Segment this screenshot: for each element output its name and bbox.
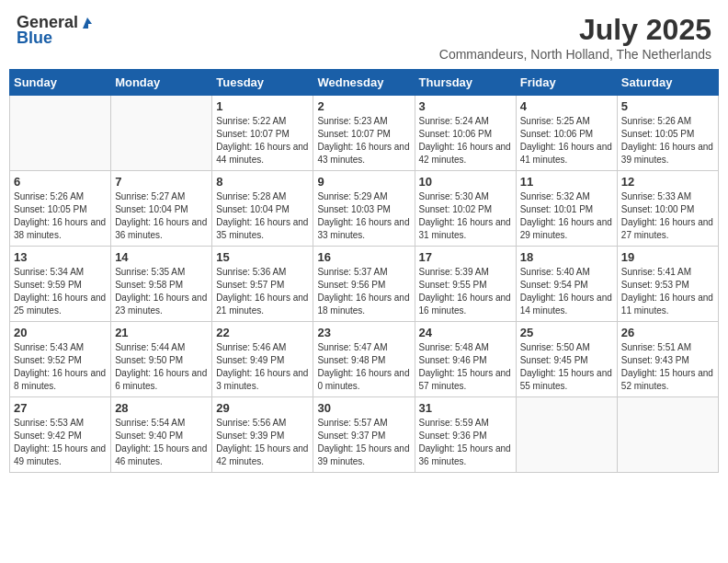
- day-info: Sunrise: 5:24 AM Sunset: 10:06 PM Daylig…: [419, 115, 512, 167]
- day-number: 2: [317, 99, 410, 113]
- day-info: Sunrise: 5:41 AM Sunset: 9:53 PM Dayligh…: [621, 266, 714, 317]
- day-info: Sunrise: 5:39 AM Sunset: 9:55 PM Dayligh…: [419, 266, 512, 317]
- day-info: Sunrise: 5:28 AM Sunset: 10:04 PM Daylig…: [216, 190, 309, 242]
- calendar-cell: [516, 397, 617, 473]
- day-info: Sunrise: 5:44 AM Sunset: 9:50 PM Dayligh…: [115, 341, 208, 393]
- calendar-week-row: 6Sunrise: 5:26 AM Sunset: 10:05 PM Dayli…: [10, 171, 719, 247]
- day-number: 23: [317, 326, 410, 339]
- day-info: Sunrise: 5:22 AM Sunset: 10:07 PM Daylig…: [216, 115, 309, 167]
- day-number: 5: [621, 99, 714, 113]
- calendar-week-row: 13Sunrise: 5:34 AM Sunset: 9:59 PM Dayli…: [10, 247, 719, 322]
- logo-icon: [79, 16, 94, 30]
- day-number: 20: [14, 326, 107, 339]
- calendar-cell: [10, 96, 111, 171]
- weekday-header-tuesday: Tuesday: [212, 70, 313, 96]
- calendar-cell: 12Sunrise: 5:33 AM Sunset: 10:00 PM Dayl…: [617, 171, 718, 247]
- day-info: Sunrise: 5:50 AM Sunset: 9:45 PM Dayligh…: [520, 341, 613, 393]
- weekday-header-sunday: Sunday: [10, 70, 111, 96]
- calendar-cell: 8Sunrise: 5:28 AM Sunset: 10:04 PM Dayli…: [212, 171, 313, 247]
- day-number: 31: [419, 401, 512, 415]
- calendar-cell: 2Sunrise: 5:23 AM Sunset: 10:07 PM Dayli…: [313, 96, 415, 171]
- calendar-cell: [617, 397, 718, 473]
- calendar-cell: 27Sunrise: 5:53 AM Sunset: 9:42 PM Dayli…: [10, 397, 111, 473]
- weekday-header-saturday: Saturday: [617, 70, 718, 96]
- day-info: Sunrise: 5:56 AM Sunset: 9:39 PM Dayligh…: [216, 417, 309, 468]
- day-info: Sunrise: 5:23 AM Sunset: 10:07 PM Daylig…: [317, 115, 410, 167]
- day-number: 9: [317, 175, 410, 189]
- calendar-cell: 15Sunrise: 5:36 AM Sunset: 9:57 PM Dayli…: [212, 247, 313, 322]
- day-number: 10: [419, 175, 512, 189]
- day-number: 8: [216, 175, 309, 189]
- day-number: 15: [216, 250, 309, 264]
- calendar-cell: 31Sunrise: 5:59 AM Sunset: 9:36 PM Dayli…: [415, 397, 516, 473]
- day-info: Sunrise: 5:34 AM Sunset: 9:59 PM Dayligh…: [14, 266, 107, 317]
- day-info: Sunrise: 5:26 AM Sunset: 10:05 PM Daylig…: [621, 115, 714, 167]
- day-info: Sunrise: 5:53 AM Sunset: 9:42 PM Dayligh…: [14, 417, 107, 468]
- calendar-cell: 4Sunrise: 5:25 AM Sunset: 10:06 PM Dayli…: [516, 96, 617, 171]
- calendar-cell: 25Sunrise: 5:50 AM Sunset: 9:45 PM Dayli…: [516, 322, 617, 397]
- calendar-cell: 14Sunrise: 5:35 AM Sunset: 9:58 PM Dayli…: [111, 247, 212, 322]
- day-info: Sunrise: 5:47 AM Sunset: 9:48 PM Dayligh…: [317, 341, 410, 393]
- day-number: 28: [115, 401, 208, 415]
- calendar-cell: 3Sunrise: 5:24 AM Sunset: 10:06 PM Dayli…: [415, 96, 516, 171]
- day-number: 19: [621, 250, 714, 264]
- calendar-week-row: 27Sunrise: 5:53 AM Sunset: 9:42 PM Dayli…: [10, 397, 719, 473]
- day-number: 17: [419, 250, 512, 264]
- day-number: 26: [621, 326, 714, 339]
- calendar-cell: 21Sunrise: 5:44 AM Sunset: 9:50 PM Dayli…: [111, 322, 212, 397]
- calendar-cell: 17Sunrise: 5:39 AM Sunset: 9:55 PM Dayli…: [415, 247, 516, 322]
- day-number: 18: [520, 250, 613, 264]
- day-info: Sunrise: 5:25 AM Sunset: 10:06 PM Daylig…: [520, 115, 613, 167]
- month-title: July 2025: [439, 13, 711, 47]
- calendar-week-row: 20Sunrise: 5:43 AM Sunset: 9:52 PM Dayli…: [10, 322, 719, 397]
- weekday-header-monday: Monday: [111, 70, 212, 96]
- calendar-cell: 1Sunrise: 5:22 AM Sunset: 10:07 PM Dayli…: [212, 96, 313, 171]
- title-section: July 2025 Commandeurs, North Holland, Th…: [439, 13, 711, 62]
- calendar-cell: 7Sunrise: 5:27 AM Sunset: 10:04 PM Dayli…: [111, 171, 212, 247]
- calendar-cell: 20Sunrise: 5:43 AM Sunset: 9:52 PM Dayli…: [10, 322, 111, 397]
- day-info: Sunrise: 5:36 AM Sunset: 9:57 PM Dayligh…: [216, 266, 309, 317]
- calendar-cell: 30Sunrise: 5:57 AM Sunset: 9:37 PM Dayli…: [313, 397, 415, 473]
- calendar-cell: 23Sunrise: 5:47 AM Sunset: 9:48 PM Dayli…: [313, 322, 415, 397]
- calendar-cell: 9Sunrise: 5:29 AM Sunset: 10:03 PM Dayli…: [313, 171, 415, 247]
- location: Commandeurs, North Holland, The Netherla…: [439, 47, 711, 62]
- weekday-header-row: SundayMondayTuesdayWednesdayThursdayFrid…: [10, 70, 719, 96]
- weekday-header-thursday: Thursday: [415, 70, 516, 96]
- day-number: 14: [115, 250, 208, 264]
- day-info: Sunrise: 5:33 AM Sunset: 10:00 PM Daylig…: [621, 190, 714, 242]
- calendar-cell: 13Sunrise: 5:34 AM Sunset: 9:59 PM Dayli…: [10, 247, 111, 322]
- day-number: 29: [216, 401, 309, 415]
- day-number: 24: [419, 326, 512, 339]
- page-header: General Blue July 2025 Commandeurs, Nort…: [9, 9, 719, 65]
- day-info: Sunrise: 5:26 AM Sunset: 10:05 PM Daylig…: [14, 190, 107, 242]
- calendar-cell: 16Sunrise: 5:37 AM Sunset: 9:56 PM Dayli…: [313, 247, 415, 322]
- day-info: Sunrise: 5:43 AM Sunset: 9:52 PM Dayligh…: [14, 341, 107, 393]
- day-number: 25: [520, 326, 613, 339]
- calendar-cell: 11Sunrise: 5:32 AM Sunset: 10:01 PM Dayl…: [516, 171, 617, 247]
- calendar-cell: 19Sunrise: 5:41 AM Sunset: 9:53 PM Dayli…: [617, 247, 718, 322]
- svg-marker-0: [83, 17, 92, 29]
- weekday-header-wednesday: Wednesday: [313, 70, 415, 96]
- day-info: Sunrise: 5:37 AM Sunset: 9:56 PM Dayligh…: [317, 266, 410, 317]
- calendar-cell: 5Sunrise: 5:26 AM Sunset: 10:05 PM Dayli…: [617, 96, 718, 171]
- day-number: 6: [14, 175, 107, 189]
- weekday-header-friday: Friday: [516, 70, 617, 96]
- day-info: Sunrise: 5:30 AM Sunset: 10:02 PM Daylig…: [419, 190, 512, 242]
- day-number: 1: [216, 99, 309, 113]
- day-number: 27: [14, 401, 107, 415]
- day-number: 3: [419, 99, 512, 113]
- calendar-cell: 18Sunrise: 5:40 AM Sunset: 9:54 PM Dayli…: [516, 247, 617, 322]
- day-info: Sunrise: 5:29 AM Sunset: 10:03 PM Daylig…: [317, 190, 410, 242]
- day-number: 13: [14, 250, 107, 264]
- calendar-cell: [111, 96, 212, 171]
- day-number: 16: [317, 250, 410, 264]
- day-info: Sunrise: 5:54 AM Sunset: 9:40 PM Dayligh…: [115, 417, 208, 468]
- logo-blue: Blue: [17, 29, 52, 48]
- day-number: 12: [621, 175, 714, 189]
- day-info: Sunrise: 5:32 AM Sunset: 10:01 PM Daylig…: [520, 190, 613, 242]
- calendar-cell: 29Sunrise: 5:56 AM Sunset: 9:39 PM Dayli…: [212, 397, 313, 473]
- day-number: 30: [317, 401, 410, 415]
- calendar-cell: 10Sunrise: 5:30 AM Sunset: 10:02 PM Dayl…: [415, 171, 516, 247]
- day-info: Sunrise: 5:40 AM Sunset: 9:54 PM Dayligh…: [520, 266, 613, 317]
- day-info: Sunrise: 5:27 AM Sunset: 10:04 PM Daylig…: [115, 190, 208, 242]
